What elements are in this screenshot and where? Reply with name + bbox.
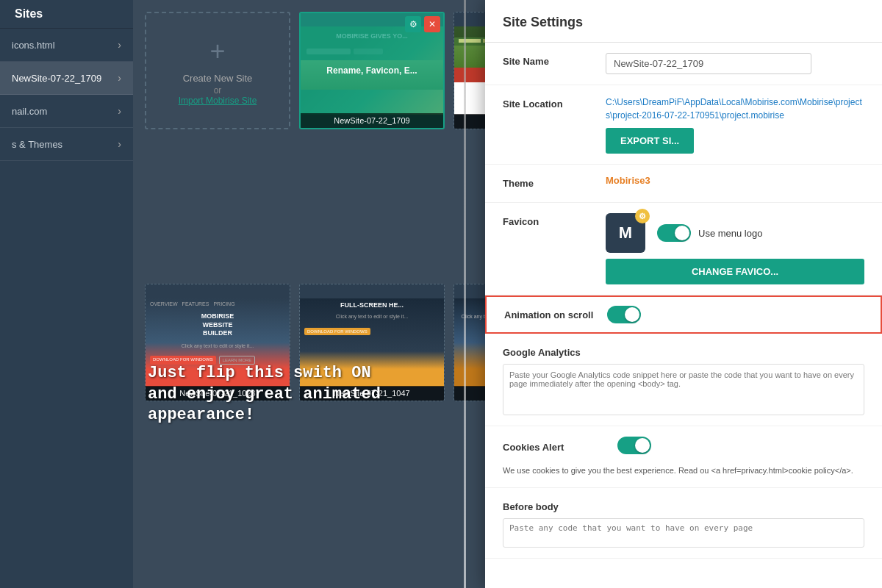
sidebar-item-icons[interactable]: icons.html › xyxy=(0,29,133,62)
use-menu-logo-control: Use menu logo xyxy=(657,224,762,242)
gear-icon[interactable]: ⚙ xyxy=(405,16,421,32)
close-icon[interactable]: ✕ xyxy=(424,16,440,32)
google-analytics-label: Google Analytics xyxy=(503,344,606,358)
site-tile-label: NewSite-07-21_1047 xyxy=(300,386,444,401)
animation-label: Animation on scroll xyxy=(504,309,607,320)
sidebar-title: Sites xyxy=(15,7,43,20)
plus-icon: + xyxy=(209,36,225,67)
site-location-row: Site Location C:\Users\DreamPiF\AppData\… xyxy=(485,85,882,165)
site-thumbnail-fullscreen: FULL-SCREEN HE... Click any text to edit… xyxy=(300,298,444,387)
favicon-icon: M ⚙ xyxy=(606,213,645,253)
panel-divider xyxy=(464,0,466,588)
create-or: or xyxy=(214,85,222,96)
animation-toggle[interactable] xyxy=(607,306,641,323)
favicon-label: Favicon xyxy=(503,213,606,227)
sidebar-item-label: NewSite-07-22_1709 xyxy=(12,73,101,84)
site-thumbnail-mobirise2: OVERVIEWFEATURESPRICING MOBIRISEWEBSITEB… xyxy=(146,298,290,387)
theme-name: Mobirise3 xyxy=(606,175,650,186)
site-tile-label: NewSite-07-21_1023 xyxy=(146,386,290,401)
chevron-right-icon: › xyxy=(118,72,121,84)
cookies-description: We use cookies to give you the best expe… xyxy=(503,465,853,477)
before-body-row: Before body xyxy=(485,488,882,559)
sidebar: Sites icons.html › NewSite-07-22_1709 › … xyxy=(0,0,133,588)
site-tile-fullscreen[interactable]: FULL-SCREEN HE... Click any text to edit… xyxy=(299,284,445,401)
chevron-right-icon: › xyxy=(118,39,121,51)
main-content: + Create New Site or Import Mobirise Sit… xyxy=(133,0,882,588)
chevron-right-icon: › xyxy=(118,105,121,117)
cookies-alert-toggle[interactable] xyxy=(617,437,651,454)
before-body-input[interactable] xyxy=(503,518,864,548)
favicon-letter: M xyxy=(619,223,632,243)
favicon-gear-icon: ⚙ xyxy=(635,209,650,223)
theme-label: Theme xyxy=(503,175,606,189)
chevron-right-icon: › xyxy=(118,138,121,150)
sidebar-header: Sites xyxy=(0,0,133,29)
google-analytics-row: Google Analytics xyxy=(485,334,882,426)
site-location-label: Site Location xyxy=(503,96,606,110)
site-tile-mobirise2[interactable]: OVERVIEWFEATURESPRICING MOBIRISEWEBSITEB… xyxy=(145,284,290,401)
site-name-label: Site Name xyxy=(503,53,606,67)
favicon-row: Favicon M ⚙ Use menu logo CHANGE FAVICO.… xyxy=(485,203,882,295)
export-site-button[interactable]: EXPORT SI... xyxy=(606,128,694,154)
site-tile-newsite-active[interactable]: MOBIRISE GIVES YO... Rename, Favicon, E.… xyxy=(299,12,445,129)
animation-on-scroll-row: Animation on scroll xyxy=(485,295,882,334)
use-menu-logo-toggle[interactable] xyxy=(657,224,691,242)
rename-label: Rename, Favicon, E... xyxy=(326,65,417,76)
theme-row: Theme Mobirise3 xyxy=(485,165,882,203)
create-new-site-tile[interactable]: + Create New Site or Import Mobirise Sit… xyxy=(145,12,290,129)
site-location-path: C:\Users\DreamPiF\AppData\Local\Mobirise… xyxy=(606,96,864,122)
cookies-alert-row: Cookies Alert We use cookies to give you… xyxy=(485,426,882,488)
change-favicon-button[interactable]: CHANGE FAVICO... xyxy=(606,259,864,284)
cookies-alert-label: Cookies Alert xyxy=(503,439,606,453)
settings-header: Site Settings xyxy=(485,0,882,43)
settings-panel: Site Settings Site Name Site Location C:… xyxy=(485,0,882,588)
create-label: Create New Site xyxy=(183,73,253,84)
theme-value: Mobirise3 xyxy=(606,175,864,186)
site-name-value xyxy=(606,53,864,74)
import-mobirise-link[interactable]: Import Mobirise Site xyxy=(179,96,257,106)
sidebar-item-label: nail.com xyxy=(12,106,47,117)
animation-toggle-container xyxy=(607,306,863,323)
cookies-alert-controls: Cookies Alert xyxy=(503,437,651,454)
before-body-label: Before body xyxy=(503,498,606,512)
favicon-controls: M ⚙ Use menu logo xyxy=(606,213,864,253)
sidebar-item-label: icons.html xyxy=(12,40,55,51)
settings-title: Site Settings xyxy=(503,15,864,30)
sidebar-item-newsite[interactable]: NewSite-07-22_1709 › xyxy=(0,62,133,95)
site-name-input[interactable] xyxy=(606,53,811,74)
sidebar-item-label: s & Themes xyxy=(12,139,62,150)
google-analytics-input[interactable] xyxy=(503,364,864,415)
sidebar-item-nail[interactable]: nail.com › xyxy=(0,95,133,128)
favicon-value: M ⚙ Use menu logo CHANGE FAVICO... xyxy=(606,213,864,284)
site-tile-label: NewSite-07-22_1709 xyxy=(301,113,443,128)
site-location-value: C:\Users\DreamPiF\AppData\Local\Mobirise… xyxy=(606,96,864,154)
site-name-row: Site Name xyxy=(485,43,882,85)
sidebar-item-themes[interactable]: s & Themes › xyxy=(0,128,133,161)
use-menu-logo-label: Use menu logo xyxy=(698,228,762,239)
